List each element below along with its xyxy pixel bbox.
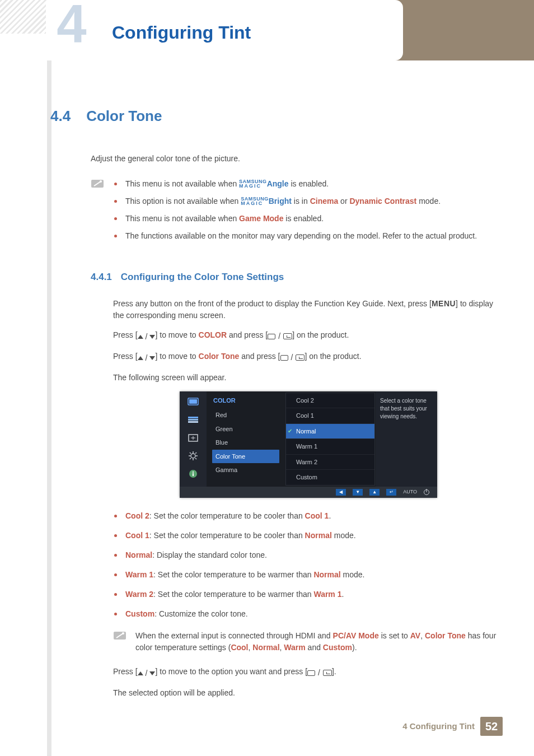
section-intro: Adjust the general color tone of the pic… [91, 153, 504, 165]
osd-option: Warm 2 [286, 455, 374, 470]
svg-point-8 [191, 454, 195, 458]
picture-icon [187, 397, 199, 407]
list-item: Custom: Customize the color tone. [113, 608, 504, 620]
osd-screenshot: COLOR Red Green Blue Color Tone Gamma Co… [113, 391, 504, 498]
gear-icon [187, 451, 199, 461]
svg-line-14 [195, 458, 196, 459]
subsection-number: 4.4.1 [91, 270, 112, 284]
svg-point-1 [100, 180, 102, 183]
source-enter-icon: / [307, 667, 332, 679]
enter-arrow-icon: ↵ [386, 489, 396, 496]
section-number: 4.4 [50, 105, 71, 127]
chapter-title: Configuring Tint [112, 19, 251, 46]
list-item: Cool 1: Set the color temperature to be … [113, 530, 504, 542]
osd-menu-item-selected: Color Tone [212, 450, 279, 464]
page-number: 52 [480, 717, 503, 736]
svg-rect-6 [188, 421, 198, 423]
page-footer: 4 Configuring Tint 52 [402, 717, 503, 736]
up-down-icon: / [138, 668, 156, 679]
svg-rect-18 [193, 473, 194, 476]
step-1: Press any button on the front of the pro… [113, 298, 504, 321]
osd-option: Cool 2 [286, 393, 374, 409]
step-final-1: Press [/] to move to the option you want… [113, 666, 504, 679]
info-icon [187, 469, 199, 479]
section-title: Color Tone [86, 105, 162, 127]
list-item: Warm 2: Set the color temperature to be … [113, 589, 504, 600]
source-enter-icon: / [268, 330, 292, 342]
svg-line-16 [190, 458, 191, 459]
note-item: This option is not available when SAMSUN… [113, 195, 504, 207]
source-enter-icon: / [280, 352, 305, 363]
svg-line-15 [195, 452, 196, 454]
power-icon [424, 489, 429, 495]
note-icon [91, 178, 105, 248]
osd-menu-item: Gamma [212, 463, 279, 477]
up-down-icon: / [138, 331, 156, 343]
svg-point-21 [122, 632, 124, 634]
options-description-list: Cool 2: Set the color temperature to be … [113, 510, 504, 620]
header-white: 4 Configuring Tint [0, 0, 403, 60]
footer-chapter-text: 4 Configuring Tint [402, 720, 475, 733]
note-block: This menu is not available when SAMSUNGM… [91, 178, 504, 248]
up-arrow-icon: ▲ [369, 489, 380, 496]
osd-option: Warm 1 [286, 439, 374, 455]
color-icon [187, 415, 199, 425]
svg-rect-4 [188, 417, 198, 418]
osd-menu-list: COLOR Red Green Blue Color Tone Gamma [207, 391, 285, 487]
osd-menu-item: Blue [212, 436, 279, 450]
size-icon [187, 433, 199, 443]
note-item: The functions available on the monitor m… [113, 230, 504, 242]
left-arrow-icon: ◀ [336, 489, 346, 496]
auto-label: AUTO [403, 488, 417, 496]
osd-option-popup: Cool 2 Cool 1 Normal Warm 1 Warm 2 Custo… [285, 393, 375, 486]
subsection-title: Configuring the Color Tone Settings [121, 270, 284, 284]
svg-rect-19 [193, 472, 194, 473]
page-content: 4.4 Color Tone Adjust the general color … [50, 105, 504, 707]
header-hatch [0, 0, 49, 34]
down-arrow-icon: ▼ [353, 489, 363, 496]
svg-line-13 [190, 452, 191, 454]
list-item: Cool 2: Set the color temperature to be … [113, 510, 504, 522]
osd-option: Custom [286, 470, 374, 485]
chapter-number: 4 [57, 0, 86, 51]
osd-menu-title: COLOR [212, 396, 279, 405]
hdmi-note: When the external input is connected thr… [113, 630, 504, 654]
osd-footer: ◀ ▼ ▲ ↵ AUTO [180, 487, 437, 498]
step-4: The following screen will appear. [113, 372, 504, 384]
svg-rect-3 [189, 399, 197, 404]
svg-rect-5 [188, 419, 198, 421]
osd-option-selected: Normal [286, 424, 374, 440]
hdmi-note-text: When the external input is connected thr… [135, 630, 504, 654]
osd-menu-item: Green [212, 422, 279, 436]
note-item: This menu is not available when SAMSUNGM… [113, 178, 504, 190]
step-2: Press [/] to move to COLOR and press [/]… [113, 329, 504, 343]
section-heading: 4.4 Color Tone [50, 105, 504, 127]
list-item: Normal: Display the standard color tone. [113, 549, 504, 561]
osd-option: Cool 1 [286, 408, 374, 424]
chapter-number-box: 4 [46, 0, 97, 52]
note-icon [113, 630, 128, 654]
step-3: Press [/] to move to Color Tone and pres… [113, 351, 504, 364]
subsection-heading: 4.4.1 Configuring the Color Tone Setting… [91, 270, 504, 284]
osd-category-icons [180, 391, 207, 487]
step-final-2: The selected option will be applied. [113, 687, 504, 699]
up-down-icon: / [138, 352, 156, 364]
note-item: This menu is not available when Game Mod… [113, 213, 504, 225]
osd-help-text: Select a color tone that best suits your… [376, 391, 437, 487]
osd-menu-item: Red [212, 408, 279, 422]
list-item: Warm 1: Set the color temperature to be … [113, 569, 504, 581]
